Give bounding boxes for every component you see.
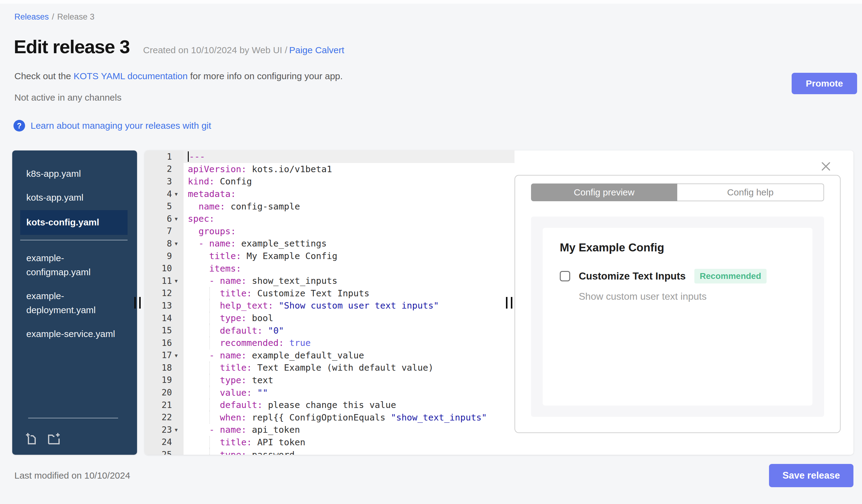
line-number: 21 [161,400,172,410]
code-content: type: password [184,448,514,455]
breadcrumb-releases-link[interactable]: Releases [14,12,49,22]
config-item-help: Show custom user text inputs [579,291,795,302]
fold-caret-icon[interactable]: ▾ [172,190,181,197]
code-content: when: repl{{ ConfigOptionEquals "show_te… [184,411,514,424]
line-number: 1 [167,152,172,162]
code-line-23: 23▾ - name: api_token [145,424,514,436]
file-group-divider [20,240,128,240]
line-number: 24 [161,437,172,447]
config-item-row: Customize Text Inputs Recommended [560,269,795,283]
indent-guide [209,287,210,300]
line-number: 12 [161,288,172,298]
code-content: - name: api_token [184,424,514,436]
code-line-3: 3kind: Config [145,175,514,188]
indent-guide [209,374,210,387]
release-editor: k8s-app.yamlkots-app.yamlkots-config.yam… [12,150,853,455]
git-releases-link[interactable]: ? Learn about managing your releases wit… [13,120,211,132]
save-release-button[interactable]: Save release [769,464,853,487]
line-number: 16 [161,338,172,348]
gutter-cell: 4▾ [145,189,184,199]
gutter-cell: 14 [145,313,184,323]
sidebar-file-k8s-app.yaml[interactable]: k8s-app.yaml [12,163,137,185]
code-content: title: My Example Config [184,250,514,262]
text-cursor [188,151,189,162]
line-number: 25 [161,450,172,455]
line-number: 9 [167,251,172,261]
gutter-cell: 1 [145,152,184,162]
add-folder-button[interactable] [47,431,61,447]
line-number: 23 [161,425,172,435]
gutter-cell: 7 [145,226,184,236]
code-line-11: 11▾ - name: show_text_inputs [145,275,514,287]
recommended-badge: Recommended [694,269,767,283]
code-line-9: 9 title: My Example Config [145,250,514,262]
code-content: default: "0" [184,324,514,337]
sidebar-file-example-service.yaml[interactable]: example-service.yaml [12,323,137,345]
code-content: - name: example_settings [184,237,514,250]
code-content: title: Customize Text Inputs [184,287,514,300]
line-number: 18 [161,363,172,373]
add-file-button[interactable] [24,431,39,447]
code-content: - name: show_text_inputs [184,275,514,287]
code-content: apiVersion: kots.io/v1beta1 [184,163,514,175]
sidebar-resize-handle[interactable] [134,297,141,308]
line-number: 20 [161,387,172,398]
fold-caret-icon[interactable]: ▾ [172,277,181,284]
code-line-15: 15 default: "0" [145,324,514,337]
close-icon[interactable] [820,161,832,173]
code-content: items: [184,262,514,275]
code-line-16: 16 recommended: true [145,337,514,349]
fold-caret-icon[interactable]: ▾ [172,426,181,433]
code-line-24: 24 title: API token [145,436,514,449]
sidebar-file-example-configmap.yaml[interactable]: example-configmap.yaml [12,247,137,283]
author-link[interactable]: Paige Calvert [289,45,344,55]
indent-guide [209,337,210,349]
code-line-4: 4▾metadata: [145,188,514,200]
yaml-editor[interactable]: 1---2apiVersion: kots.io/v1beta13kind: C… [145,150,514,455]
indent-guide [209,361,210,374]
line-number: 6 [167,214,172,224]
code-line-6: 6▾spec: [145,213,514,225]
line-number: 15 [161,326,172,335]
code-content: title: Text Example (with default value) [184,361,514,374]
sidebar-file-example-deployment.yaml[interactable]: example-deployment.yaml [12,285,137,321]
customize-text-inputs-checkbox[interactable] [560,271,570,281]
fold-caret-icon[interactable]: ▾ [172,215,181,222]
config-preview-card: My Example Config Customize Text Inputs … [543,228,812,406]
file-list: k8s-app.yamlkots-app.yamlkots-config.yam… [12,163,137,345]
breadcrumb-separator: / [52,12,54,22]
gutter-cell: 13 [145,301,184,311]
tab-config-help[interactable]: Config help [677,184,824,201]
gutter-cell: 5 [145,201,184,211]
panel-resize-handle[interactable] [506,297,512,308]
line-number: 13 [161,301,172,311]
last-modified: Last modified on 10/10/2024 [14,470,130,481]
sidebar-bottom [20,413,128,455]
code-content: title: API token [184,436,514,449]
code-line-14: 14 type: bool [145,312,514,324]
sidebar-file-kots-config.yaml[interactable]: kots-config.yaml [20,210,128,235]
gutter-cell: 2 [145,164,184,174]
line-number: 5 [167,201,172,211]
fold-caret-icon[interactable]: ▾ [172,352,181,359]
doc-note: Check out the KOTS YAML documentation fo… [14,71,862,81]
line-number: 17 [161,350,172,360]
kots-doc-link[interactable]: KOTS YAML documentation [74,71,187,81]
title-row: Edit release 3 Created on 10/10/2024 by … [14,36,862,57]
gutter-cell: 17▾ [145,350,184,360]
code-line-17: 17▾ - name: example_default_value [145,349,514,362]
git-link-label: Learn about managing your releases with … [30,120,211,131]
code-content: default: please change this value [184,399,514,411]
fold-caret-icon[interactable]: ▾ [172,240,181,247]
code-line-22: 22 when: repl{{ ConfigOptionEquals "show… [145,411,514,424]
code-line-10: 10 items: [145,262,514,275]
line-number: 2 [167,164,172,174]
gutter-cell: 8▾ [145,239,184,249]
tab-config-preview[interactable]: Config preview [531,184,677,201]
indent-guide [209,300,210,312]
code-line-5: 5 name: config-sample [145,200,514,213]
code-content: --- [184,150,514,163]
promote-button[interactable]: Promote [792,73,857,94]
sidebar-file-kots-app.yaml[interactable]: kots-app.yaml [12,187,137,209]
line-number: 14 [161,313,172,323]
